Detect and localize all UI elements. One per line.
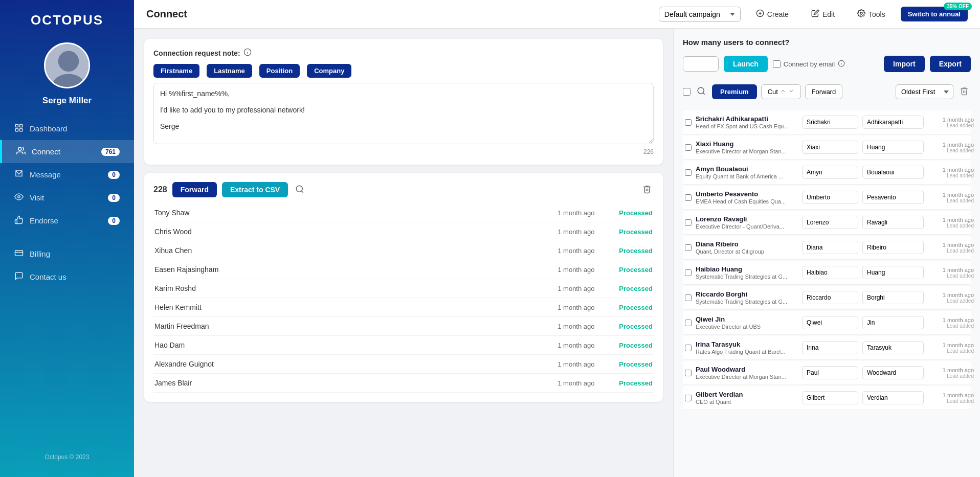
lead-checkbox[interactable] [685,319,692,327]
connect-count-input[interactable] [683,56,719,72]
sort-select[interactable]: Oldest First Newest First [896,84,953,99]
create-label: Create [767,10,789,18]
lead-lname-input[interactable] [862,291,924,304]
lead-checkbox[interactable] [685,344,692,352]
lead-fname-input[interactable] [802,391,858,404]
lead-title: Systematic Trading Strategies at G... [696,274,795,280]
position-tag-button[interactable]: Position [259,64,300,78]
lead-lname [862,141,924,154]
lead-lname-input[interactable] [862,166,924,179]
connect-email-text: Connect by email [784,60,835,68]
lead-fname-input[interactable] [802,141,858,154]
queue-row-name: Xihua Chen [154,246,558,255]
sidebar-item-visit[interactable]: Visit 0 [0,186,134,209]
sidebar-item-dashboard[interactable]: Dashboard [0,117,134,140]
queue-row-status: Processed [619,360,653,368]
lead-checkbox[interactable] [685,194,692,201]
lead-checkbox[interactable] [685,294,692,302]
lead-name: Qiwei Jin [696,315,798,323]
import-button[interactable]: Import [884,56,925,72]
list-item: Umberto Pesavento EMEA Head of Cash Equi… [683,186,971,210]
sidebar-item-connect[interactable]: Connect 761 [0,140,134,163]
lead-checkbox[interactable] [685,169,692,176]
lead-checkbox[interactable] [685,219,692,226]
lead-fname-input[interactable] [802,291,858,304]
lead-lname-input[interactable] [862,216,924,229]
sidebar-item-message[interactable]: Message 0 [0,163,134,186]
lead-fname [802,241,858,254]
page-title: Connect [146,8,187,20]
svg-point-18 [296,186,302,192]
lead-checkbox[interactable] [685,119,692,126]
delete-queue-button[interactable] [640,183,654,197]
sidebar-item-endorse[interactable]: Endorse 0 [0,209,134,232]
lead-lname-input[interactable] [862,191,924,204]
tools-button[interactable]: Tools [850,6,893,22]
lead-fname-input[interactable] [802,191,858,204]
lead-tag: Lead added [928,398,974,404]
lead-info: Paul Woodward Executive Director at Morg… [696,366,798,380]
svg-rect-5 [15,129,18,131]
firstname-tag-button[interactable]: Firstname [153,64,199,78]
lead-lname-input[interactable] [862,391,924,404]
export-button[interactable]: Export [930,56,971,72]
create-button[interactable]: Create [749,6,796,22]
lastname-tag-button[interactable]: Lastname [207,64,252,78]
lead-tag: Lead added [928,298,974,304]
lead-fname-input[interactable] [802,166,858,179]
launch-button[interactable]: Launch [724,56,768,72]
lead-info: Lorenzo Ravagli Executive Director - Qua… [696,215,798,230]
lead-checkbox[interactable] [685,244,692,252]
switch-annual-button[interactable]: 35% OFF Switch to annual [901,7,968,21]
lead-checkbox[interactable] [685,394,692,402]
lead-fname-input[interactable] [802,366,858,379]
lead-checkbox[interactable] [685,369,692,377]
lead-lname-input[interactable] [862,366,924,379]
lead-checkbox[interactable] [685,269,692,277]
svg-point-7 [18,147,21,150]
lead-name: Irina Tarasyuk [696,340,798,348]
connect-email-checkbox[interactable] [773,60,781,68]
lead-fname-input[interactable] [802,216,858,229]
lead-fname-input[interactable] [802,316,858,329]
sidebar-item-contact[interactable]: Contact us [0,265,134,288]
svg-point-8 [18,196,20,198]
lead-lname-input[interactable] [862,241,924,254]
search-queue-button[interactable] [293,183,306,197]
select-all-checkbox[interactable] [683,88,691,96]
billing-icon [14,248,24,259]
connect-email-label[interactable]: Connect by email [773,60,845,69]
lead-fname-input[interactable] [802,341,858,354]
campaign-select[interactable]: Default campaign [659,7,741,22]
forward-button[interactable]: Forward [172,182,217,197]
message-badge: 0 [108,171,120,179]
lead-time: 1 month ago Lead added [928,292,974,304]
lead-fname-input[interactable] [802,241,858,254]
lead-lname-input[interactable] [862,141,924,154]
lead-lname-input[interactable] [862,341,924,354]
delete-leads-button[interactable] [957,84,971,99]
lead-fname-input[interactable] [802,266,858,279]
extract-csv-button[interactable]: Extract to CSV [222,182,288,197]
lead-lname-input[interactable] [862,116,924,129]
edit-button[interactable]: Edit [804,6,842,22]
lead-time: 1 month ago Lead added [928,167,974,178]
lead-lname-input[interactable] [862,316,924,329]
sidebar-nav: Dashboard Connect 761 Message 0 Visit 0 [0,117,134,288]
sidebar-item-billing[interactable]: Billing [0,242,134,265]
lead-name: Diana Ribeiro [696,240,798,248]
search-leads-button[interactable] [695,84,708,99]
lead-lname-input[interactable] [862,266,924,279]
cut-button[interactable]: Cut [761,84,801,99]
lead-checkbox[interactable] [685,144,692,151]
lead-time-value: 1 month ago [928,142,974,148]
note-textarea[interactable]: Hi %%first_name%%, I'd like to add you t… [153,83,654,144]
leads-toolbar: Premium Cut Forward Oldest First Newest … [683,84,971,99]
svg-rect-6 [20,129,23,131]
list-item: Xiaxi Huang Executive Director at Morgan… [683,135,971,160]
company-tag-button[interactable]: Company [307,64,351,78]
lead-fname-input[interactable] [802,116,858,129]
forward-leads-button[interactable]: Forward [805,84,843,99]
lead-info: Irina Tarasyuk Rates Algo Trading Quant … [696,340,798,355]
premium-button[interactable]: Premium [712,84,757,99]
